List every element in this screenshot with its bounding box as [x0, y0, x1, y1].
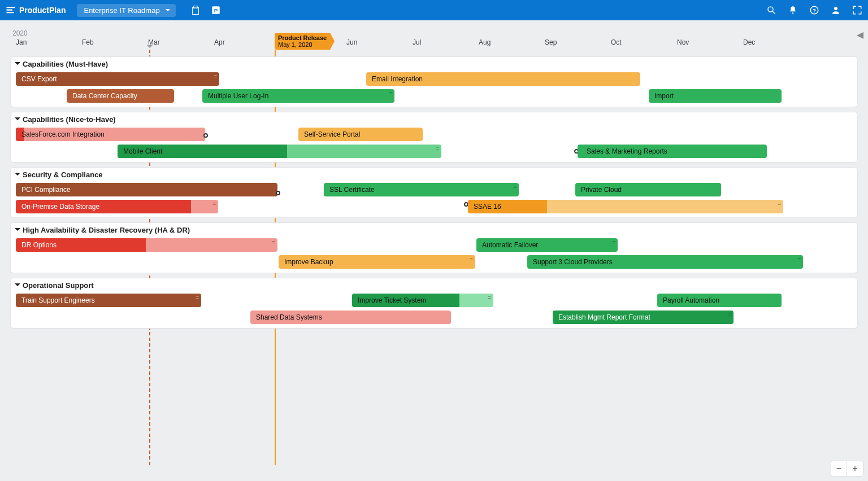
roadmap-dropdown[interactable]: Enterprise IT Roadmap — [77, 4, 175, 17]
month-label: Jul — [413, 38, 421, 46]
bar-csv-export[interactable]: CSV Export= — [16, 72, 219, 86]
connector-icon[interactable] — [276, 191, 280, 195]
milestone-product-release[interactable]: Product Release May 1, 2020 — [275, 33, 330, 50]
help-icon[interactable]: ? — [809, 5, 819, 15]
clipboard-icon[interactable] — [190, 5, 201, 15]
bar-train[interactable]: Train Support Engineers= — [16, 294, 201, 307]
bar-multi-login[interactable]: Multiple User Log-In= — [202, 89, 394, 103]
bar-import[interactable]: Import — [649, 89, 782, 103]
lane-security: Security & Compliance PCI Compliance SSL… — [10, 167, 858, 218]
chevron-down-icon — [15, 62, 20, 68]
zoom-controls: − + — [831, 461, 863, 476]
fullscreen-icon[interactable] — [852, 5, 862, 15]
bar-private-cloud[interactable]: Private Cloud — [575, 183, 721, 196]
lane-capabilities-must: Capabilities (Must-Have) CSV Export= Ema… — [10, 56, 858, 107]
svg-text:P: P — [214, 7, 218, 14]
bar-cloud-providers[interactable]: Support 3 Cloud Providers= — [527, 255, 803, 269]
connector-icon[interactable] — [203, 133, 208, 138]
milestone-date: May 1, 2020 — [278, 41, 327, 48]
bar-self-service[interactable]: Self-Service Portal — [298, 128, 423, 141]
svg-point-10 — [834, 7, 837, 10]
month-label: Nov — [677, 38, 689, 46]
svg-text:?: ? — [813, 7, 816, 14]
timeline-sheet: ◀ 2020 JanFebMarAprMayJunJulAugSepOctNov… — [5, 27, 863, 476]
bar-failover[interactable]: Automatic Failover= — [476, 238, 618, 252]
parking-icon[interactable]: P — [211, 5, 221, 15]
toolbar-left: P — [190, 5, 221, 15]
month-label: Oct — [611, 38, 622, 46]
user-icon[interactable] — [831, 5, 841, 15]
svg-rect-0 — [7, 7, 15, 8]
month-label: Feb — [82, 38, 94, 46]
lane-toggle[interactable]: Operational Support — [15, 281, 94, 290]
canvas: ◀ 2020 JanFebMarAprMayJunJulAugSepOctNov… — [0, 20, 868, 481]
bar-backup[interactable]: Improve Backup= — [279, 255, 475, 269]
svg-rect-2 — [7, 12, 15, 13]
bar-ticket[interactable]: Improve Ticket System = — [352, 294, 493, 307]
bar-onprem[interactable]: On-Premise Data Storage = — [16, 200, 218, 213]
month-label: Jan — [16, 38, 27, 46]
bar-mgmt-report[interactable]: Establish Mgmt Report Format= — [553, 311, 734, 324]
roadmap-name: Enterprise IT Roadmap — [84, 6, 159, 15]
bar-pci[interactable]: PCI Compliance — [16, 183, 277, 196]
month-label: Mar — [148, 38, 160, 46]
lane-ops: Operational Support Train Support Engine… — [10, 278, 858, 329]
chevron-down-icon — [15, 117, 20, 123]
milestone-title: Product Release — [278, 34, 327, 41]
bell-icon[interactable] — [788, 5, 798, 15]
bar-mobile-client[interactable]: Mobile Client = — [118, 145, 441, 158]
svg-point-7 — [792, 12, 793, 14]
lane-toggle[interactable]: Capabilities (Nice-to-Have) — [15, 115, 116, 124]
bar-ssae[interactable]: SSAE 16 = — [468, 200, 783, 213]
lane-toggle[interactable]: High Availability & Disaster Recovery (H… — [15, 226, 190, 234]
svg-line-6 — [772, 11, 775, 14]
bar-salesforce[interactable]: SalesForce.com Integration — [16, 128, 205, 141]
bar-email-integration[interactable]: Email Integration — [366, 72, 640, 86]
lane-toggle[interactable]: Security & Compliance — [15, 170, 103, 179]
year-label: 2020 — [12, 29, 28, 37]
bar-shared-data[interactable]: Shared Data Systems — [250, 311, 451, 324]
bar-data-center[interactable]: Data Center Capacity — [67, 89, 174, 103]
zoom-out-button[interactable]: − — [831, 461, 847, 476]
month-label: Jun — [346, 38, 357, 46]
chevron-down-icon — [15, 283, 20, 289]
app-name: ProductPlan — [19, 6, 66, 15]
lane-capabilities-nice: Capabilities (Nice-to-Have) SalesForce.c… — [10, 112, 858, 163]
logo-icon — [6, 5, 16, 15]
chevron-down-icon — [15, 228, 20, 234]
svg-rect-1 — [7, 10, 13, 11]
lane-hadr: High Availability & Disaster Recovery (H… — [10, 222, 858, 273]
topbar: ProductPlan Enterprise IT Roadmap P ? — [0, 0, 868, 20]
bar-payroll[interactable]: Payroll Automation — [657, 294, 782, 307]
search-icon[interactable] — [766, 5, 776, 15]
month-label: Dec — [743, 38, 755, 46]
bar-sm-reports[interactable]: Sales & Marketing Reports — [578, 145, 767, 158]
chevron-down-icon — [15, 173, 20, 178]
bar-dr-options[interactable]: DR Options = — [16, 238, 277, 252]
svg-point-5 — [768, 7, 773, 12]
month-label: Aug — [479, 38, 491, 46]
lane-toggle[interactable]: Capabilities (Must-Have) — [15, 60, 108, 68]
zoom-in-button[interactable]: + — [847, 461, 863, 476]
month-label: Sep — [545, 38, 557, 46]
month-axis: JanFebMarAprMayJunJulAugSepOctNovDec — [10, 38, 858, 51]
bar-ssl[interactable]: SSL Certificate= — [324, 183, 519, 196]
app-logo[interactable]: ProductPlan — [6, 5, 66, 15]
toolbar-right: ? — [766, 5, 862, 15]
month-label: Apr — [214, 38, 225, 46]
